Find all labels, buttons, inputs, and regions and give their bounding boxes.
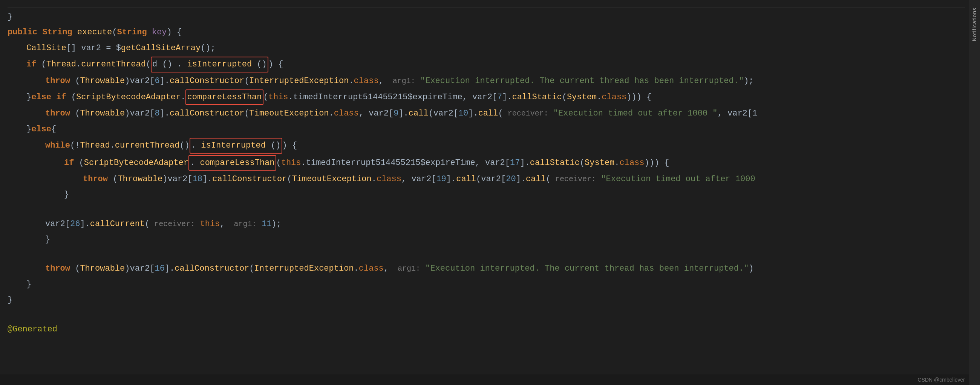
highlight-isInterrupted-2: . isInterrupted () bbox=[189, 138, 282, 153]
code-line-else: } else { bbox=[8, 121, 980, 137]
code-line-close-inner: } bbox=[8, 187, 980, 202]
code-line-throw-2: throw ( Throwable )var2[ 8 ]. callConstr… bbox=[8, 106, 980, 121]
code-line-throw-1: throw ( Throwable )var2[ 6 ]. callConstr… bbox=[8, 73, 980, 89]
code-line-if-interrupted: if ( Thread . currentThread ( d () . isI… bbox=[8, 56, 980, 73]
code-line-close-while: } bbox=[8, 232, 980, 247]
highlight-compareLessThan-2: . compareLessThan bbox=[188, 155, 276, 171]
code-line-throw-4: throw ( Throwable )var2[ 16 ]. callConst… bbox=[8, 261, 980, 276]
code-editor: } public String execute ( String key ) {… bbox=[0, 0, 980, 385]
code-line-close-else: } bbox=[8, 277, 980, 292]
code-line-callsite: CallSite [] var2 = $ getCallSiteArray ()… bbox=[8, 40, 980, 56]
code-line-blank-1 bbox=[8, 203, 980, 216]
code-line-else-if: } else if ( ScriptBytecodeAdapter . comp… bbox=[8, 89, 980, 106]
highlight-isInterrupted-1: d () . isInterrupted () bbox=[151, 57, 268, 72]
code-line-annotation: @Generated bbox=[8, 321, 980, 337]
scrollbar-track[interactable] bbox=[965, 0, 969, 385]
code-line-while: while (! Thread . currentThread () . isI… bbox=[8, 137, 980, 154]
code-line-callcurrent: var2[ 26 ]. callCurrent ( receiver: this… bbox=[8, 216, 980, 232]
code-line-blank-2 bbox=[8, 247, 980, 261]
code-line-blank-3 bbox=[8, 308, 980, 321]
code-line-method-sig: public String execute ( String key ) { bbox=[8, 24, 980, 40]
sidebar-panel: Notifications bbox=[969, 0, 980, 385]
bottom-credit: CSDN @cmbeliever bbox=[918, 377, 965, 383]
code-line-if-script-2: if ( ScriptBytecodeAdapter . compareLess… bbox=[8, 154, 980, 171]
highlight-compareLessThan-1: compareLessThan bbox=[185, 89, 263, 105]
code-line-throw-3: throw ( Throwable )var2[ 18 ]. callConst… bbox=[8, 171, 980, 187]
code-line-top: } bbox=[8, 8, 980, 24]
bottom-bar: CSDN @cmbeliever bbox=[0, 374, 969, 385]
code-line-close-method: } bbox=[8, 292, 980, 308]
sidebar-label: Notifications bbox=[971, 8, 977, 41]
